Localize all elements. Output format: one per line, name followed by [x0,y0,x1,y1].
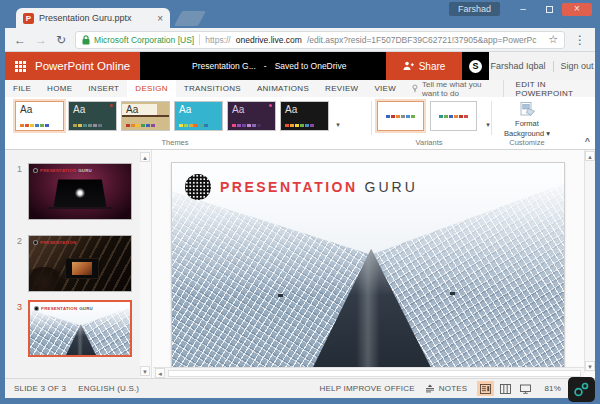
camera-screen [72,262,93,275]
theme-purple[interactable]: Aa [227,101,276,131]
theme-gallery: Aa Aa Aa Aa Aa [15,101,343,131]
horizontal-scrollbar[interactable]: ◄ [153,367,584,378]
url-domain: onedrive.live.com [236,35,302,45]
ribbon-tab-bar: FILE HOME INSERT DESIGN TRANSITIONS ANIM… [5,80,595,97]
collapse-ribbon-icon[interactable]: ^ [585,136,590,146]
variant-1-selected[interactable] [377,101,424,131]
reading-view-button[interactable] [497,381,514,396]
saved-status: Saved to OneDrive [275,61,347,71]
ribbon-content: Aa Aa Aa Aa Aa [5,97,595,150]
powerpoint-favicon-icon: P [23,13,34,24]
slide-1-number: 1 [17,164,22,174]
variant-2[interactable] [430,101,477,131]
user-bar: Farshad Iqbal Sign out [489,52,595,80]
app-launcher-icon[interactable] [15,61,26,72]
tab-animations[interactable]: ANIMATIONS [249,80,317,97]
zoom-level-label[interactable]: 81% [544,384,561,393]
tab-close-icon[interactable]: × [157,13,163,24]
tab-insert[interactable]: INSERT [80,80,127,97]
minimize-button[interactable]: – [512,3,534,16]
panel-scroll-up-icon[interactable]: ▲ [140,152,150,162]
tab-design[interactable]: DESIGN [127,80,175,97]
address-bar[interactable]: Microsoft Corporation [US] https://onedr… [75,31,565,49]
notes-button[interactable]: NOTES [425,384,468,393]
hand-shape [28,267,67,292]
share-button[interactable]: Share [386,52,462,80]
refresh-icon[interactable]: ↻ [56,34,66,46]
back-icon[interactable]: ← [14,34,26,46]
main-area: 1 PRESENTATIONGURU 2 PR [5,150,595,378]
slide-count-label[interactable]: SLIDE 3 OF 3 [14,384,66,393]
chrome-profile-badge[interactable]: Farshad [449,2,500,16]
theme-cyan[interactable]: Aa [174,101,223,131]
format-background-label-2: Background ▾ [497,129,557,138]
editing-view-button[interactable] [477,381,494,396]
bookmark-star-icon[interactable]: ☆ [548,33,558,46]
close-window-button[interactable]: × [562,3,592,16]
vertical-scrollbar[interactable]: ▲ ▼ [584,150,595,372]
share-label: Share [419,61,446,72]
themes-group-label: Themes [15,138,335,147]
brand-secondary-text: GURU [365,179,418,195]
document-bar: Presentation G... - Saved to OneDrive Sh… [140,52,489,80]
tab-review[interactable]: REVIEW [317,80,366,97]
format-background-button[interactable]: Format Background ▾ [497,100,557,138]
screen-capture-badge[interactable] [568,377,595,402]
security-indicator[interactable]: Microsoft Corporation [US] [82,35,194,45]
tab-transitions[interactable]: TRANSITIONS [176,80,249,97]
lock-icon [82,35,90,45]
security-label: Microsoft Corporation [US] [94,35,194,45]
browser-tab[interactable]: P Presentation Guru.pptx × [16,8,170,28]
ribbon-group-divider [371,101,372,135]
user-divider [553,61,554,72]
slide-2-thumbnail[interactable]: PRESENTATION [28,235,132,292]
theme-office-selected[interactable]: Aa [15,101,64,131]
scroll-left-icon[interactable]: ◄ [155,368,165,378]
slideshow-button[interactable] [517,381,534,396]
camera-shape [65,258,100,279]
title-dash: - [264,61,267,71]
theme-dark-teal[interactable]: Aa [68,101,117,131]
browser-window: Farshad – × P Presentation Guru.pptx × ←… [0,0,600,404]
logo-circle-icon [185,174,211,200]
slide-1-thumbnail[interactable]: PRESENTATIONGURU [28,163,132,220]
theme-black[interactable]: Aa [280,101,329,131]
customize-group-label: Customize [495,138,559,147]
format-background-icon [519,100,536,117]
edit-in-powerpoint-button[interactable]: EDIT IN POWERPOINT [503,80,595,97]
presentation-guru-logo[interactable]: PRESENTATIONGURU [185,174,418,200]
notes-label: NOTES [439,384,468,393]
apple-logo-glow [75,188,85,198]
language-label[interactable]: ENGLISH (U.S.) [78,384,139,393]
new-tab-button[interactable] [174,11,206,26]
slide-3-thumbnail-selected[interactable]: PRESENTATIONGURU [28,300,132,357]
tab-home[interactable]: HOME [39,80,80,97]
skype-button[interactable]: S [462,52,489,80]
browser-menu-icon[interactable]: ⋮ [574,33,586,47]
scroll-down-icon[interactable]: ▼ [585,361,595,371]
current-slide[interactable]: PRESENTATIONGURU [171,162,565,368]
laptop-shape [53,179,106,207]
variants-gallery: ▾ [377,101,493,131]
app-brand: PowerPoint Online [5,52,140,80]
theme-tan[interactable]: Aa [121,101,170,131]
help-improve-office-link[interactable]: HELP IMPROVE OFFICE [320,384,415,393]
themes-more-icon[interactable]: ▾ [333,101,343,131]
tab-file[interactable]: FILE [5,80,39,97]
app-name[interactable]: PowerPoint Online [35,60,130,72]
horizontal-scroll-track[interactable] [168,370,581,377]
document-title[interactable]: Presentation G... [192,61,256,71]
tell-me-box[interactable]: Tell me what you want to do [404,80,502,97]
mini-logo-icon [33,240,38,245]
user-name[interactable]: Farshad Iqbal [490,61,545,71]
sign-out-link[interactable]: Sign out [561,61,594,71]
forward-icon[interactable]: → [35,34,47,46]
scroll-up-icon[interactable]: ▲ [585,151,595,161]
maximize-button[interactable] [538,3,560,16]
panel-scrollbar[interactable]: ▲ ▼ [140,150,152,378]
browser-toolbar: ← → ↻ Microsoft Corporation [US] https:/… [5,28,595,52]
panel-scroll-down-icon[interactable]: ▼ [140,366,150,376]
tab-view[interactable]: VIEW [366,80,404,97]
app-header: PowerPoint Online Presentation G... - Sa… [5,52,595,80]
reading-view-icon [500,384,511,394]
